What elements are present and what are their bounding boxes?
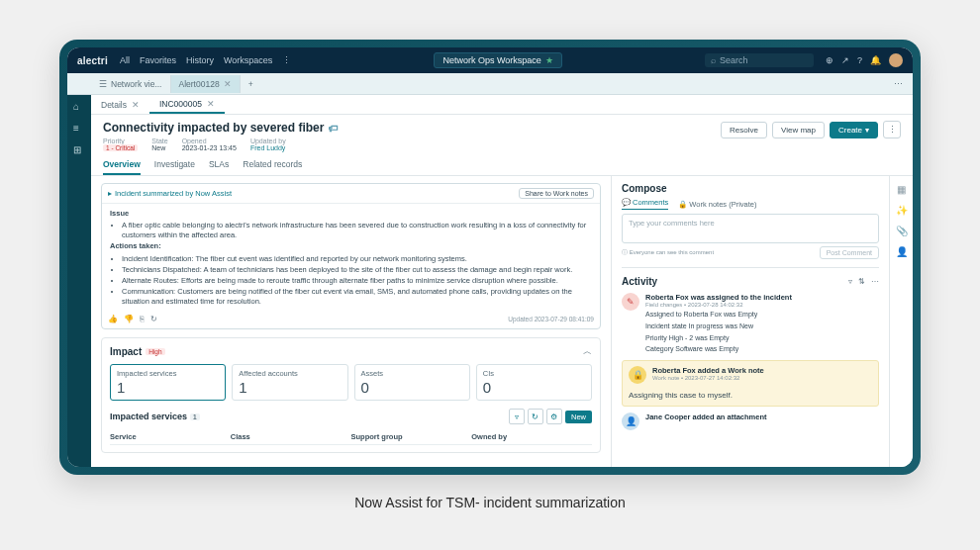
now-assist-summary: ▸Incident summarized by Now Assist Share… — [101, 183, 601, 329]
left-pane: ▸Incident summarized by Now Assist Share… — [91, 176, 612, 467]
workspace-name: Network Ops Workspace — [442, 55, 540, 65]
add-tab-button[interactable]: + — [241, 75, 261, 93]
priority-badge: 1 - Critical — [103, 144, 138, 151]
top-nav: All Favorites History Workspaces ⋮ — [120, 55, 291, 65]
help-icon[interactable]: ? — [857, 55, 862, 65]
tab-incident[interactable]: INC000005 ✕ — [149, 96, 225, 114]
right-pane: Compose 💬Comments 🔒Work notes (Private) … — [612, 176, 889, 467]
assist-timestamp: Updated 2023-07-29 08:41:09 — [508, 316, 594, 322]
tab-work-notes[interactable]: 🔒Work notes (Private) — [678, 198, 756, 210]
record-tabs: Details ✕ INC000005 ✕ — [91, 95, 913, 115]
impact-card: Impact High ︿ Impacted services1 Affecte… — [101, 337, 601, 453]
view-tabs: Overview Investigate SLAs Related record… — [91, 155, 913, 176]
body: ⌂ ≡ ⊞ Details ✕ INC000005 ✕ — [67, 95, 913, 467]
close-icon[interactable]: ✕ — [132, 100, 140, 110]
user-icon[interactable]: 👤 — [896, 246, 908, 257]
tab-slas[interactable]: SLAs — [209, 155, 229, 175]
image-caption: Now Assist for TSM- incident summarizati… — [354, 495, 626, 510]
attachment-icon[interactable]: 📎 — [896, 226, 908, 236]
lock-avatar-icon: 🔒 — [629, 366, 646, 384]
compose-tabs: 💬Comments 🔒Work notes (Private) — [622, 198, 879, 210]
nav-history[interactable]: History — [186, 55, 214, 65]
stat-impacted-services[interactable]: Impacted services1 — [110, 364, 226, 401]
forward-icon[interactable]: ↗ — [841, 55, 849, 65]
tag-icon[interactable]: 🏷 — [329, 123, 339, 134]
user-avatar-icon: 👤 — [622, 412, 639, 430]
nav-all[interactable]: All — [120, 55, 130, 65]
close-icon[interactable]: ✕ — [224, 79, 232, 89]
device-frame: alectri All Favorites History Workspaces… — [59, 40, 921, 475]
comment-input[interactable]: Type your comments here — [622, 214, 879, 243]
updated-by-link[interactable]: Fred Luddy — [250, 144, 286, 151]
impact-title: Impact High — [110, 346, 165, 357]
view-map-button[interactable]: View map — [772, 122, 825, 138]
title-area: Connectivity impacted by severed fiber 🏷… — [103, 121, 339, 151]
nav-more-icon[interactable]: ⋮ — [282, 55, 291, 65]
more-actions-button[interactable]: ⋮ — [883, 121, 901, 138]
stat-assets[interactable]: Assets0 — [354, 364, 470, 401]
workspace-selector[interactable]: Network Ops Workspace ★ — [434, 52, 561, 68]
tabs-more-icon[interactable]: ⋯ — [884, 79, 913, 89]
resolve-button[interactable]: Resolve — [721, 122, 767, 138]
tab-investigate[interactable]: Investigate — [154, 155, 195, 175]
global-search[interactable]: ⌕ Search — [705, 53, 814, 67]
comment-icon: 💬 — [622, 198, 631, 207]
globe-icon[interactable]: ⊕ — [826, 55, 833, 65]
list-icon: ☰ — [99, 79, 107, 89]
record-meta: Priority1 - Critical StateNew Opened2023… — [103, 138, 339, 151]
collapse-icon[interactable]: ︿ — [583, 345, 592, 358]
tab-overview[interactable]: Overview — [103, 155, 141, 175]
copy-icon[interactable]: ⎘ — [140, 315, 145, 323]
user-avatar[interactable] — [889, 53, 903, 67]
bell-icon[interactable]: 🔔 — [870, 55, 881, 65]
create-button[interactable]: Create▾ — [830, 122, 878, 138]
nav-favorites[interactable]: Favorites — [140, 55, 176, 65]
filter-activity-icon[interactable]: ▿ — [848, 277, 852, 286]
post-comment-button[interactable]: Post Comment — [820, 246, 879, 259]
compose-title: Compose — [622, 183, 879, 194]
more-activity-icon[interactable]: ⋯ — [871, 277, 879, 286]
stat-cis[interactable]: CIs0 — [476, 364, 592, 401]
tab-alert[interactable]: Alert00128 ✕ — [171, 75, 241, 93]
tab-related[interactable]: Related records — [243, 155, 302, 175]
tab-network-view[interactable]: ☰ Network vie... — [91, 75, 171, 93]
nav-workspaces[interactable]: Workspaces — [224, 55, 272, 65]
visibility-note: ⓘ Everyone can see this comment — [622, 248, 714, 257]
left-rail: ⌂ ≡ ⊞ — [67, 95, 91, 467]
activity-item: ✎ Roberta Fox was assigned to the incide… — [622, 293, 879, 354]
search-placeholder: Search — [720, 55, 748, 65]
star-icon: ★ — [545, 55, 553, 65]
ai-icon[interactable]: ✨ — [896, 205, 908, 216]
avatar-icon: ✎ — [622, 293, 639, 311]
tab-details[interactable]: Details ✕ — [91, 97, 149, 113]
thumbs-up-icon[interactable]: 👍 — [108, 315, 118, 323]
record-actions: Resolve View map Create▾ ⋮ — [721, 121, 901, 138]
activity-item: 👤 Jane Cooper added an attachment — [622, 412, 879, 430]
apps-icon[interactable]: ⊞ — [73, 144, 85, 156]
high-badge: High — [146, 348, 164, 355]
search-icon: ⌕ — [711, 55, 716, 65]
top-right-icons: ⊕ ↗ ? 🔔 — [826, 53, 903, 67]
refresh-icon[interactable]: ↻ — [150, 315, 157, 323]
sort-activity-icon[interactable]: ⇅ — [858, 277, 865, 286]
refresh-table-icon[interactable]: ↻ — [528, 409, 543, 424]
top-bar: alectri All Favorites History Workspaces… — [67, 47, 913, 73]
settings-icon[interactable]: ⚙ — [546, 409, 562, 424]
far-right-rail: ▦ ✨ 📎 👤 — [889, 176, 913, 467]
tab-comments[interactable]: 💬Comments — [622, 198, 668, 210]
new-button[interactable]: New — [565, 411, 592, 423]
thumbs-down-icon[interactable]: 👎 — [124, 315, 134, 323]
impact-stats: Impacted services1 Affected accounts1 As… — [110, 364, 592, 401]
stat-affected-accounts[interactable]: Affected accounts1 — [232, 364, 347, 401]
lock-icon: 🔒 — [678, 200, 687, 209]
list-rail-icon[interactable]: ≡ — [73, 123, 85, 135]
assist-title[interactable]: ▸Incident summarized by Now Assist — [108, 189, 232, 198]
workspace-tabs: ☰ Network vie... Alert00128 ✕ + ⋯ — [67, 73, 913, 95]
share-to-worknotes-button[interactable]: Share to Work notes — [519, 188, 594, 199]
widget-icon[interactable]: ▦ — [897, 184, 906, 195]
chevron-down-icon: ▾ — [865, 126, 869, 135]
feedback-icons: 👍 👎 ⎘ ↻ — [108, 315, 157, 323]
filter-icon[interactable]: ▿ — [509, 409, 525, 424]
home-icon[interactable]: ⌂ — [73, 101, 85, 113]
close-icon[interactable]: ✕ — [207, 99, 215, 109]
